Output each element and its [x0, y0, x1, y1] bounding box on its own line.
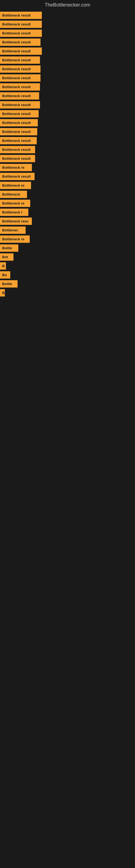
bar-row: Bottleneck result — [0, 136, 135, 145]
bar-row: Bottleneck result — [0, 29, 135, 37]
bottleneck-bar: B — [0, 289, 5, 297]
bar-row: Bottleneck result — [0, 20, 135, 29]
bottleneck-bar: Bottleneck re — [0, 182, 31, 189]
bottleneck-bar: Bottle — [0, 280, 17, 287]
bottleneck-bar: Bot — [0, 253, 13, 261]
bottleneck-bar: Bottleneck result — [0, 146, 35, 153]
bar-row: Bottleneck result — [0, 145, 135, 154]
bottleneck-bar: Bottleneck result — [0, 119, 38, 126]
bar-row: Bottleneck result — [0, 119, 135, 127]
bottleneck-bar: Bottle — [0, 244, 18, 252]
bar-row: Bo — [0, 271, 135, 279]
bottleneck-bar: Bottleneck result — [0, 74, 41, 82]
bar-row: Bottleneck re — [0, 235, 135, 243]
bottleneck-bar: Bottlenec — [0, 226, 26, 234]
bar-row: Bottleneck result — [0, 74, 135, 82]
bar-row: Bottleneck result — [0, 47, 135, 55]
bars-container: Bottleneck resultBottleneck resultBottle… — [0, 10, 135, 299]
bottleneck-bar: Bottleneck re — [0, 199, 30, 207]
bottleneck-bar: Bottleneck result — [0, 56, 40, 64]
site-title: TheBottlenecker.com — [0, 0, 135, 10]
bottleneck-bar: Bottleneck result — [0, 137, 37, 144]
bar-row: Bottleneck re — [0, 199, 135, 208]
bar-row: Bottleneck result — [0, 154, 135, 163]
bottleneck-bar: Bottleneck result — [0, 83, 40, 91]
bottleneck-bar: Bottleneck result — [0, 92, 39, 99]
bar-row: Bottleneck result — [0, 110, 135, 118]
bottleneck-bar: Bo — [0, 271, 10, 279]
bottleneck-bar: Bottleneck result — [0, 48, 42, 55]
bottleneck-bar: Bottleneck result — [0, 38, 41, 46]
bar-row: Bottleneck — [0, 190, 135, 198]
bottleneck-bar: Bottleneck result — [0, 110, 39, 118]
bottleneck-bar: Bottleneck result — [0, 101, 40, 108]
bar-row: Bottleneck result — [0, 92, 135, 100]
bottleneck-bar: Bottleneck re — [0, 164, 32, 171]
bar-row: Bottle — [0, 244, 135, 252]
bar-row: Bottle — [0, 280, 135, 288]
bar-row: Bottleneck result — [0, 101, 135, 109]
bar-row: Bottleneck re — [0, 181, 135, 190]
bottleneck-bar: Bottleneck result — [0, 12, 42, 19]
bar-row: Bottlenec — [0, 226, 135, 235]
bar-row: Bottleneck result — [0, 56, 135, 64]
bottleneck-bar: Bottleneck result — [0, 65, 41, 73]
bar-row: Bottleneck result — [0, 65, 135, 73]
bottleneck-bar: B — [0, 262, 6, 270]
bottleneck-bar: Bottleneck result — [0, 128, 37, 135]
bottleneck-bar: Bottleneck — [0, 191, 27, 198]
bar-row: Bottleneck result — [0, 172, 135, 181]
bottleneck-bar: Bottleneck result — [0, 155, 35, 162]
bottleneck-bar: Bottleneck r — [0, 209, 28, 216]
bottleneck-bar: Bottleneck re — [0, 236, 30, 243]
bar-row: Bottleneck result — [0, 38, 135, 46]
bar-row: Bottleneck result — [0, 11, 135, 20]
bar-row: B — [0, 262, 135, 270]
bottleneck-bar: Bottleneck result — [0, 30, 42, 37]
bar-row: Bottleneck result — [0, 83, 135, 91]
bar-row: B — [0, 289, 135, 297]
bar-row: Bot — [0, 253, 135, 261]
bar-row: Bottleneck r — [0, 208, 135, 216]
bar-row: Bottleneck re — [0, 163, 135, 172]
bottleneck-bar: Bottleneck result — [0, 21, 42, 28]
bottleneck-bar: Bottleneck resu — [0, 218, 32, 225]
bar-row: Bottleneck resu — [0, 217, 135, 225]
bar-row: Bottleneck result — [0, 127, 135, 136]
bottleneck-bar: Bottleneck result — [0, 173, 35, 180]
